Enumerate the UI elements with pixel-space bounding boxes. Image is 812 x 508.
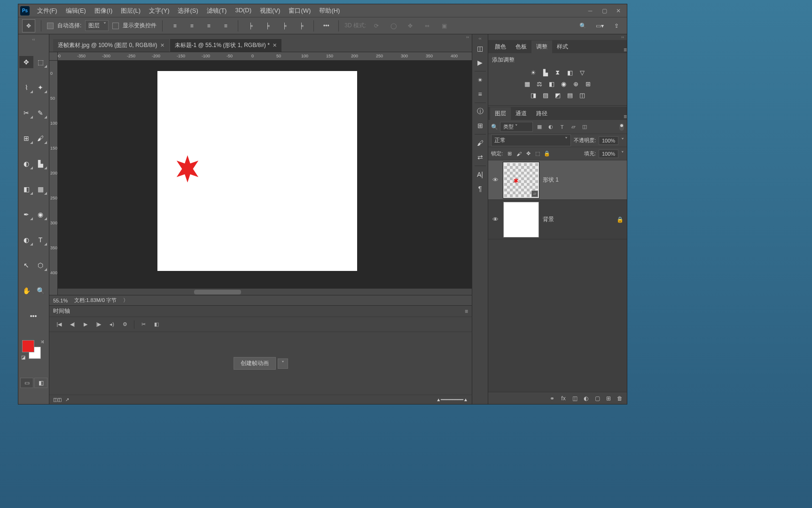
panel-menu-icon[interactable]: ≡: [624, 113, 627, 120]
menu-help[interactable]: 帮助(H): [315, 5, 344, 17]
artboard-tool[interactable]: ⬚: [33, 56, 47, 68]
blur-tool[interactable]: ◉: [33, 208, 47, 221]
filter-adjustment-icon[interactable]: ◐: [546, 122, 555, 132]
visibility-toggle[interactable]: 👁: [491, 176, 500, 183]
swap-colors-icon[interactable]: ⤭: [40, 339, 44, 344]
panel-menu-icon[interactable]: ≡: [624, 47, 627, 53]
canvas-viewport[interactable]: -400-350-300-250-200-150-100-50050100150…: [49, 52, 472, 295]
opacity-input[interactable]: 100%: [599, 136, 618, 145]
pen-tool[interactable]: ✒: [19, 208, 33, 221]
delete-layer-icon[interactable]: 🗑: [616, 394, 624, 403]
close-tab-icon[interactable]: ✕: [273, 42, 277, 48]
blend-mode-select[interactable]: 正常˅: [491, 135, 571, 146]
foreground-color[interactable]: [22, 340, 34, 352]
layer-mask-icon[interactable]: ◫: [570, 394, 579, 403]
timeline-zoom-slider[interactable]: ▲━━━━━━━━▲: [436, 397, 468, 402]
vibrance-icon[interactable]: ▽: [577, 68, 587, 77]
lock-transparent-icon[interactable]: ⊞: [506, 150, 513, 158]
menu-3d[interactable]: 3D(D): [231, 5, 255, 17]
levels-icon[interactable]: ▙: [540, 68, 551, 77]
prev-frame-icon[interactable]: ◀|: [66, 319, 78, 330]
dodge-tool[interactable]: ◐: [19, 234, 33, 246]
zoom-level[interactable]: 55.1%: [53, 298, 68, 303]
channel-mixer-icon[interactable]: ⊕: [571, 79, 581, 88]
play-panel-icon[interactable]: ▶: [474, 56, 487, 69]
show-transform-checkbox[interactable]: [112, 23, 119, 29]
exposure-icon[interactable]: ◧: [565, 68, 575, 77]
layer-row[interactable]: 👁 ▱ 形状 1: [488, 160, 627, 200]
filter-type-icon[interactable]: T: [557, 122, 567, 132]
filter-shape-icon[interactable]: ▱: [569, 122, 578, 132]
minimize-button[interactable]: ─: [584, 6, 597, 16]
animation-type-dropdown[interactable]: ˅: [278, 358, 288, 369]
align-center-h-icon[interactable]: ≡: [185, 19, 198, 32]
lock-all-icon[interactable]: 🔒: [543, 150, 551, 158]
menu-layer[interactable]: 图层(L): [117, 5, 144, 17]
brightness-icon[interactable]: ☀: [528, 68, 539, 77]
timeline-render-icon[interactable]: ↗: [65, 397, 69, 402]
lock-image-icon[interactable]: 🖌: [515, 150, 523, 158]
doc-tab-1[interactable]: 逐帧素材.jpg @ 100% (图层 0, RGB/8#) ✕: [53, 39, 169, 52]
align-right-icon[interactable]: ≡: [202, 19, 215, 32]
vertical-ruler[interactable]: 0501001502002503003504004505005506006507…: [49, 61, 58, 295]
menu-view[interactable]: 视图(V): [256, 5, 284, 17]
spot-heal-tool[interactable]: ◐: [19, 158, 33, 170]
split-clip-icon[interactable]: ✂: [137, 319, 149, 330]
path-select-tool[interactable]: ↖: [19, 259, 33, 271]
gradient-map-icon[interactable]: ▤: [565, 90, 575, 100]
properties-icon[interactable]: ⊞: [474, 119, 487, 132]
close-button[interactable]: ✕: [612, 6, 625, 16]
new-layer-icon[interactable]: ⊞: [604, 394, 613, 403]
crop-tool[interactable]: ✂: [19, 107, 33, 119]
shape-tool[interactable]: ⬡: [33, 259, 47, 271]
menu-type[interactable]: 文字(Y): [145, 5, 173, 17]
filter-toggle[interactable]: [619, 123, 624, 131]
distribute-top-icon[interactable]: ╞: [244, 19, 257, 32]
lock-artboard-icon[interactable]: ⬚: [534, 150, 541, 158]
layer-name[interactable]: 背景: [543, 215, 613, 223]
bw-icon[interactable]: ◧: [547, 79, 557, 88]
brush-presets-icon[interactable]: 🖌: [474, 136, 487, 150]
tab-paths[interactable]: 路径: [531, 107, 552, 120]
brush-tool[interactable]: 🖌: [33, 132, 47, 144]
timeline-footer-icon[interactable]: ◫◫: [53, 397, 62, 402]
threshold-icon[interactable]: ◩: [553, 90, 563, 100]
type-tool[interactable]: T: [33, 234, 47, 246]
filter-pixel-icon[interactable]: ▦: [535, 122, 544, 132]
menu-filter[interactable]: 滤镜(T): [203, 5, 231, 17]
screen-mode-icon[interactable]: ▭▾: [593, 19, 606, 32]
tab-channels[interactable]: 通道: [511, 107, 531, 120]
eyedropper-tool[interactable]: ✎: [33, 107, 47, 119]
brushes-icon[interactable]: ≡: [474, 87, 487, 101]
layer-name[interactable]: 形状 1: [543, 176, 624, 184]
filter-smart-icon[interactable]: ◫: [580, 122, 589, 132]
frame-tool[interactable]: ⊞: [19, 132, 33, 144]
info-panel-icon[interactable]: ⓘ: [474, 105, 487, 118]
fill-dropdown-icon[interactable]: ˅: [621, 151, 624, 157]
tab-adjustments[interactable]: 调整: [531, 40, 552, 53]
history-panel-icon[interactable]: ◫: [474, 42, 487, 55]
tab-layers[interactable]: 图层: [490, 107, 511, 120]
document-info[interactable]: 文档:1.83M/0 字节: [74, 297, 117, 304]
menu-file[interactable]: 文件(F): [33, 5, 61, 17]
auto-select-checkbox[interactable]: [47, 23, 54, 29]
character-panel-icon[interactable]: A|: [474, 168, 487, 181]
menu-select[interactable]: 选择(S): [174, 5, 202, 17]
standard-mode-button[interactable]: ▭: [20, 378, 33, 388]
selective-color-icon[interactable]: ◫: [577, 90, 587, 100]
align-left-icon[interactable]: ≡: [168, 19, 181, 32]
distribute-bottom-icon[interactable]: ╞: [278, 19, 291, 32]
eraser-tool[interactable]: ◧: [19, 183, 33, 195]
menu-window[interactable]: 窗口(W): [285, 5, 314, 17]
edit-toolbar[interactable]: •••: [19, 310, 47, 322]
ruler-origin[interactable]: [49, 52, 58, 61]
link-layers-icon[interactable]: ⚭: [548, 394, 556, 403]
timeline-settings-icon[interactable]: ⚙: [119, 319, 131, 330]
paragraph-panel-icon[interactable]: ¶: [474, 182, 487, 195]
tab-color[interactable]: 颜色: [490, 40, 511, 53]
curves-icon[interactable]: ⧗: [553, 68, 563, 77]
move-tool[interactable]: ✥: [19, 56, 33, 68]
maximize-button[interactable]: ▢: [598, 6, 611, 16]
visibility-toggle[interactable]: 👁: [491, 216, 500, 223]
play-icon[interactable]: ▶: [79, 319, 92, 330]
